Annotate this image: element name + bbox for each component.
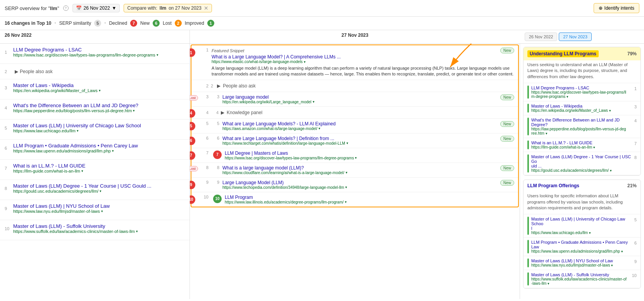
- mid-item-10: 10 10 10 LLM Program https://www.law.ill…: [191, 192, 518, 207]
- left-url-4: https://law.pepperdine.edu/blog/posts/ll…: [13, 108, 138, 113]
- intent-item-title-1-2[interactable]: Master of Laws - Wikipedia: [531, 104, 632, 108]
- stats-bar: 16 changes in Top 10 • SERP similarity 5…: [0, 17, 644, 30]
- changes-count: 16 changes in Top 10: [5, 21, 52, 26]
- left-title-7[interactable]: What is an LL.M.? - LLM GUIDE: [13, 163, 85, 169]
- intent-item-rank-1-3: 4: [634, 118, 637, 123]
- intent-item-url-2-3: https://www.law.nyu.edu/llmjsd/master-of…: [531, 263, 632, 267]
- left-title-8[interactable]: Master of Laws (LLM) Degree - 1 Year Cou…: [13, 183, 152, 189]
- intent-item-url-1-4: https://llm-guide.com/what-is-an-llm ▾: [531, 145, 632, 149]
- left-title-1[interactable]: LLM Degree Programs - LSAC: [13, 47, 158, 53]
- featured-snippet-label: Featured Snippet: [212, 48, 244, 53]
- intent-item-title-2-1[interactable]: Master of Laws (LLM) | University of Chi…: [531, 217, 632, 231]
- identify-intents-button[interactable]: ⊕ Identify intents: [594, 3, 639, 13]
- improved-badge: 1: [207, 20, 214, 27]
- left-url-7: https://llm-guide.com/what-is-an-llm ▾: [13, 169, 85, 173]
- similarity-badge: 5: [94, 20, 101, 27]
- date-picker-button[interactable]: 📅 26 Nov 2022 ▼: [72, 4, 120, 12]
- mid-url-6: https://www.techtarget.com/whatis/defini…: [222, 141, 497, 145]
- mid-title-6[interactable]: What are Large Language Models? | Defini…: [222, 136, 497, 141]
- mid-url-9: https://www.techopedia.com/definition/34…: [222, 185, 497, 190]
- compare-badge: Compare with: llm on 27 Nov 2023 ✕: [124, 4, 212, 12]
- column-headers: 26 Nov 2022 27 Nov 2023 26 Nov 2022 27 N…: [0, 30, 644, 44]
- intent-item-2-1: Master of Laws (LLM) | University of Chi…: [523, 214, 641, 238]
- tab-27nov[interactable]: 27 Nov 2023: [559, 32, 591, 41]
- intent-item-2-2: LLM Program • Graduate Admissions • Penn…: [523, 238, 641, 256]
- lost-badge-3: Lost: [190, 95, 198, 101]
- intent-item-title-1-1[interactable]: LLM Degree Programs - LSAC: [531, 86, 632, 90]
- intent-card-2-header: LLM Program Offerings 21%: [523, 180, 641, 192]
- left-title-6[interactable]: LLM Program • Graduate Admissions • Penn…: [13, 143, 138, 149]
- left-title-9[interactable]: Master of Laws (LLM) | NYU School of Law: [13, 203, 110, 209]
- left-url-10: https://www.suffolk.edu/law/academics-cl…: [13, 229, 138, 234]
- intent-item-1-5: Master of Laws (LLM) Degree - 1 Year Cou…: [523, 152, 641, 175]
- intent-title-2: LLM Program Offerings: [527, 183, 579, 188]
- left-title-3[interactable]: Master of Laws - Wikipedia: [13, 82, 101, 88]
- new-badge-5: New: [500, 121, 514, 127]
- intent-item-url-2-1: https://www.law.uchicago.edu/llm ▾: [531, 231, 632, 235]
- top-bar-title: SERP overview for "llm": [5, 5, 59, 11]
- left-url-6: https://www.law.upenn.edu/admissions/gra…: [13, 149, 138, 153]
- left-item-1: 1 LLM Degree Programs - LSAC https://www…: [0, 44, 189, 64]
- mid-column-header: 27 Nov 2023: [190, 30, 520, 44]
- compare-query: llm: [160, 5, 166, 11]
- intent-item-1-4: What is an LL.M.? - LLM GUIDE https://ll…: [523, 138, 641, 152]
- lost-badge-8: Lost: [190, 166, 198, 171]
- mid-url-1: https://www.elastic.co/what-is/large-lan…: [212, 60, 514, 64]
- lost-label: Lost: [163, 21, 172, 26]
- intent-item-title-1-3[interactable]: What's the Difference Between an LLM and…: [531, 118, 632, 127]
- new-label: New: [140, 21, 150, 26]
- intent-item-rank-1-2: 3: [634, 104, 637, 109]
- circle-9: 9: [190, 181, 195, 189]
- left-title-5[interactable]: Master of Laws (LLM) | University of Chi…: [13, 123, 141, 128]
- intent-item-title-2-2[interactable]: LLM Program • Graduate Admissions • Penn…: [531, 240, 632, 249]
- intent-item-rank-2-3: 9: [634, 258, 637, 264]
- mid-item-7: 7 7 7 LLM Degree | Masters of Laws https…: [191, 148, 518, 163]
- intent-item-1-1: LLM Degree Programs - LSAC https://www.l…: [523, 83, 641, 101]
- declined-badge: 7: [130, 20, 137, 27]
- mid-title-8[interactable]: What is a large language model (LLM)?: [222, 165, 497, 171]
- close-icon[interactable]: ✕: [204, 5, 208, 11]
- left-url-8: https://gould.usc.edu/academics/degrees/…: [13, 189, 152, 193]
- mid-item-5: 5 5 5 What are Large Language Models? - …: [191, 119, 518, 133]
- intent-item-title-2-4[interactable]: Master of Laws (LLM) - Suffolk Universit…: [531, 272, 630, 277]
- declined-label: Declined: [109, 21, 127, 26]
- intent-item-rank-2-2: 6: [634, 240, 637, 245]
- help-icon[interactable]: ?: [63, 5, 69, 11]
- mid-title-9[interactable]: Large Language Model (LLM): [222, 180, 497, 185]
- middle-column: 1 1 Featured Snippet New What is a Large…: [190, 44, 520, 299]
- mid-title-10[interactable]: LLM Program: [225, 195, 514, 200]
- intent-item-url-1-5: https://gould.usc.edu/academics/degrees/…: [531, 168, 632, 173]
- intent-item-2-4: Master of Laws (LLM) - Suffolk Universit…: [523, 270, 641, 288]
- left-url-9: https://www.law.nyu.edu/llmjsd/master-of…: [13, 209, 110, 214]
- circle-5: 5: [190, 122, 195, 130]
- mid-title-3[interactable]: Large language model: [222, 94, 497, 100]
- circle-1: 1: [190, 48, 195, 57]
- left-item-10: 10 Master of Laws (LLM) - Suffolk Univer…: [0, 220, 189, 240]
- intent-title-1: Understanding LLM Programs: [527, 50, 599, 57]
- new-badge-6: New: [500, 136, 514, 142]
- tab-26nov[interactable]: 26 Nov 2022: [525, 32, 557, 41]
- mid-title-5[interactable]: What are Large Language Models? - LLM AI…: [222, 121, 497, 127]
- left-title-10[interactable]: Master of Laws (LLM) - Suffolk Universit…: [13, 223, 138, 229]
- intent-item-url-1-2: https://en.wikipedia.org/wiki/Master_of_…: [531, 108, 632, 113]
- circle-4: 4: [190, 109, 195, 118]
- top-bar: SERP overview for "llm" ? 📅 26 Nov 2022 …: [0, 0, 644, 17]
- left-title-4[interactable]: What's the Difference Between an LLM and…: [13, 103, 138, 108]
- left-item-8: 8 Master of Laws (LLM) Degree - 1 Year C…: [0, 180, 189, 200]
- query-text: llm: [50, 5, 57, 11]
- mid-url-7: https://www.lsac.org/discover-law/types-…: [225, 156, 514, 160]
- improved-label: Improved: [185, 21, 204, 26]
- intent-item-rank-1-1: 1: [634, 86, 637, 91]
- intent-item-title-1-4[interactable]: What is an LL.M.? - LLM GUIDE: [531, 140, 632, 145]
- mid-item-6: 6 6 6 What are Large Language Models? | …: [191, 133, 518, 148]
- mid-item-9: 9 9 9 Large Language Model (LLM) https:/…: [191, 178, 518, 192]
- intent-item-title-2-3[interactable]: Master of Laws (LLM) | NYU School of Law: [531, 258, 632, 263]
- circle-7-right: 7: [213, 150, 222, 159]
- intent-item-title-1-5[interactable]: Master of Laws (LLM) Degree - 1 Year Cou…: [531, 154, 632, 168]
- mid-title-1[interactable]: What is a Large Language Model? | A Comp…: [212, 54, 514, 60]
- left-column: 1 LLM Degree Programs - LSAC https://www…: [0, 44, 190, 299]
- mid-item-3: Lost 3 3 Large language model https://en…: [191, 92, 518, 107]
- similarity-label: SERP similarity: [59, 21, 91, 26]
- mid-title-7[interactable]: LLM Degree | Masters of Laws: [225, 150, 514, 156]
- left-column-header: 26 Nov 2022: [0, 30, 190, 44]
